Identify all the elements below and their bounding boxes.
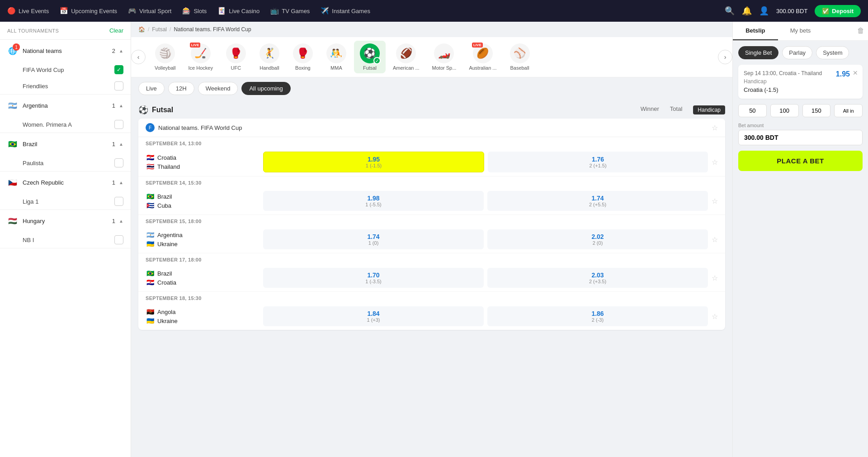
col-total[interactable]: Total: [670, 105, 682, 114]
bet-type-single[interactable]: Single Bet: [738, 46, 778, 59]
match-star-4[interactable]: ☆: [712, 274, 718, 282]
sport-icon-ice-hockey[interactable]: LIVE 🏒 Ice Hockey: [183, 41, 218, 73]
deposit-button[interactable]: ✅ Deposit: [815, 5, 861, 17]
odds-btn-3-home[interactable]: 1.74 1 (0): [263, 229, 484, 249]
amount-100[interactable]: 100: [770, 104, 799, 117]
match-teams-5: 🇦🇴 Angola 🇺🇦 Ukraine: [146, 307, 263, 325]
sport-icon-australian[interactable]: LIVE 🏉 Australian ...: [463, 41, 502, 73]
sport-icon-handball[interactable]: 🤾 Handball: [254, 41, 285, 73]
filter-live[interactable]: Live: [138, 82, 165, 95]
nav-slots[interactable]: 🎰 Slots: [182, 7, 207, 15]
odds-btn-3-away[interactable]: 2.02 2 (0): [487, 229, 708, 249]
tournament-checkbox-fifa[interactable]: ✓: [114, 65, 123, 74]
sidebar-header: ALL TOURNAMENTS Clear: [0, 22, 131, 40]
odds-btn-4-home[interactable]: 1.70 1 (-3.5): [263, 268, 484, 288]
sidebar: ALL TOURNAMENTS Clear 🌐 1 National teams…: [0, 22, 131, 457]
sport-icon-futsal[interactable]: ⚽ ✓ Futsal: [354, 41, 386, 73]
home-icon[interactable]: 🏠: [138, 26, 145, 33]
deposit-icon: ✅: [822, 8, 829, 14]
nav-virtual-sport[interactable]: 🎮 Virtual Sport: [128, 7, 171, 15]
amount-all-in[interactable]: All in: [834, 104, 863, 117]
odds-btn-5-home[interactable]: 1.84 1 (+3): [263, 306, 484, 326]
tournament-checkbox-primera[interactable]: [114, 120, 123, 129]
tournament-checkbox-nbi[interactable]: [114, 235, 123, 244]
betslip-tabs: Betslip My bets 🗑: [733, 22, 868, 41]
betslip-trash[interactable]: 🗑: [823, 22, 868, 40]
sport-icon-motor[interactable]: 🏎️ Motor Sp...: [427, 41, 462, 73]
col-handicap[interactable]: Handicap: [693, 105, 725, 114]
sport-icon-volleyball[interactable]: 🏐 Volleyball: [149, 41, 181, 73]
match-star-1[interactable]: ☆: [712, 158, 718, 167]
bet-card-close-button[interactable]: ✕: [853, 69, 858, 76]
amount-150[interactable]: 150: [802, 104, 831, 117]
sidebar-tournament-primera[interactable]: Women. Primera A: [0, 116, 131, 133]
odds-btn-1-away[interactable]: 1.76 2 (+1.5): [488, 152, 708, 172]
sidebar-tournament-liga1[interactable]: Liga 1: [0, 193, 131, 209]
sport-icon-american[interactable]: 🏈 American ...: [387, 41, 425, 73]
sidebar-item-czech[interactable]: 🇨🇿 Czech Republic 1 ▲: [0, 171, 131, 193]
match-star-2[interactable]: ☆: [712, 197, 718, 205]
nav-upcoming-events[interactable]: 📅 Upcoming Events: [60, 7, 117, 15]
national-teams-name: National teams: [23, 48, 112, 54]
sidebar-item-national-teams[interactable]: 🌐 1 National teams 2 ▲: [0, 40, 131, 62]
sidebar-clear-button[interactable]: Clear: [109, 27, 123, 34]
sidebar-item-brazil[interactable]: 🇧🇷 Brazil 1 ▲: [0, 133, 131, 155]
match-star-3[interactable]: ☆: [712, 235, 718, 244]
sidebar-tournament-fifa[interactable]: FIFA World Cup ✓: [0, 62, 131, 78]
match-star-5[interactable]: ☆: [712, 312, 718, 321]
scroll-left-button[interactable]: ‹: [131, 50, 146, 64]
odds-btn-5-away[interactable]: 1.86 2 (-3): [487, 306, 708, 326]
tab-betslip[interactable]: Betslip: [733, 22, 778, 40]
nav-live-casino[interactable]: 🃏 Live Casino: [217, 7, 259, 15]
scroll-right-button[interactable]: ›: [718, 50, 732, 64]
main-content: 🏠 / Futsal / National teams. FIFA World …: [131, 22, 732, 457]
handball-circle: 🤾: [259, 43, 279, 63]
sport-icon-mma[interactable]: 🤼 MMA: [321, 41, 352, 73]
filter-weekend[interactable]: Weekend: [198, 82, 238, 95]
breadcrumb-category: National teams. FIFA World Cup: [174, 26, 251, 33]
sidebar-item-hungary[interactable]: 🇭🇺 Hungary 1 ▲: [0, 210, 131, 232]
sidebar-tournament-friendlies[interactable]: Friendlies: [0, 78, 131, 94]
sport-icon-boxing[interactable]: 🥊 Boxing: [287, 41, 319, 73]
filter-12h[interactable]: 12H: [168, 82, 194, 95]
date-label-5: SEPTEMBER 18, 15:30: [138, 292, 725, 303]
nav-tv-games[interactable]: 📺 TV Games: [270, 7, 310, 15]
odds-btn-2-home[interactable]: 1.98 1 (-5.5): [263, 191, 484, 211]
team-ukraine-2: 🇺🇦 Ukraine: [146, 316, 263, 325]
sidebar-tournament-paulista[interactable]: Paulista: [0, 155, 131, 171]
place-bet-button[interactable]: PLACE A BET: [738, 151, 863, 171]
sidebar-title: ALL TOURNAMENTS: [7, 28, 59, 33]
tab-my-bets[interactable]: My bets: [778, 22, 823, 40]
amount-50[interactable]: 50: [738, 104, 767, 117]
bet-type-system[interactable]: System: [816, 46, 849, 59]
nav-instant-games[interactable]: ✈️ Instant Games: [321, 7, 370, 15]
search-icon[interactable]: 🔍: [725, 6, 735, 16]
user-icon[interactable]: 👤: [759, 6, 769, 16]
team-cuba: 🇨🇺 Cuba: [146, 201, 263, 210]
sport-icons-row: ‹ 🏐 Volleyball LIVE 🏒 Ice Hockey 🥊 UFC: [131, 37, 732, 77]
odds-btn-4-away[interactable]: 2.03 2 (+3.5): [487, 268, 708, 288]
tournament-checkbox-liga1[interactable]: [114, 197, 123, 206]
sport-icon-ufc[interactable]: 🥊 UFC: [220, 41, 252, 73]
live-events-icon: 🔴: [7, 7, 16, 15]
tournament-checkbox-friendlies[interactable]: [114, 81, 123, 90]
breadcrumb-sport[interactable]: Futsal: [152, 26, 167, 33]
nav-live-events[interactable]: 🔴 Live Events: [7, 7, 49, 15]
filter-all-upcoming[interactable]: All upcoming: [241, 82, 290, 95]
bet-amount-input[interactable]: [738, 130, 863, 145]
angola-flag: 🇦🇴: [146, 308, 155, 315]
bet-type-parlay[interactable]: Parlay: [782, 46, 812, 59]
odds-btn-1-home[interactable]: 1.95 1 (-1.5): [263, 152, 484, 172]
col-winner[interactable]: Winner: [641, 105, 659, 114]
sidebar-tournament-nbi[interactable]: NB I: [0, 232, 131, 248]
section-header: ⚽ Futsal Winner Total Handicap: [138, 100, 725, 119]
date-label-4: SEPTEMBER 17, 18:00: [138, 253, 725, 264]
notification-icon[interactable]: 🔔: [742, 6, 752, 16]
tournament-star[interactable]: ☆: [712, 124, 718, 132]
croatia-flag-2: 🇭🇷: [146, 279, 155, 286]
sport-icon-baseball[interactable]: ⚾ Baseball: [504, 41, 536, 73]
bet-input-label: Bet amount: [738, 123, 863, 128]
tournament-checkbox-paulista[interactable]: [114, 158, 123, 167]
odds-btn-2-away[interactable]: 1.74 2 (+5.5): [487, 191, 708, 211]
sidebar-item-argentina[interactable]: 🇦🇷 Argentina 1 ▲: [0, 95, 131, 116]
